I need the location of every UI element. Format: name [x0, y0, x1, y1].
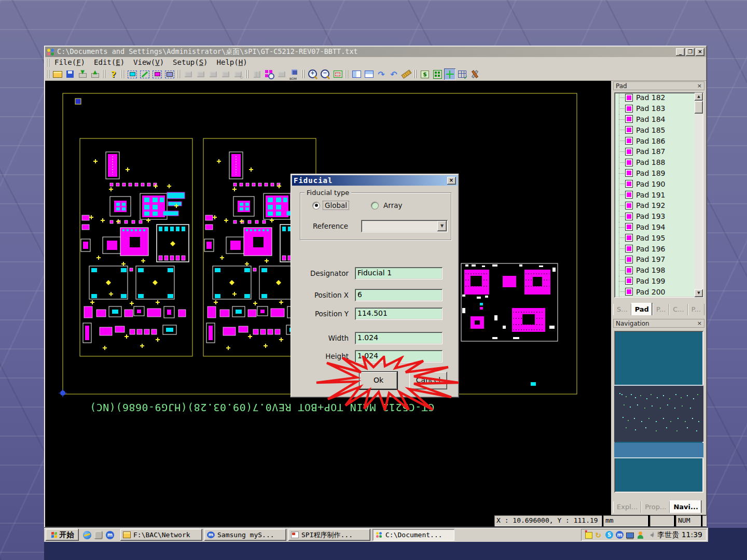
quick-launch-browser-icon[interactable]: [83, 531, 91, 539]
quick-launch-m-icon[interactable]: [106, 531, 114, 539]
taskbar-task-3[interactable]: C:\Document...: [372, 529, 454, 541]
zoom-in-icon[interactable]: [307, 68, 319, 80]
pad-tree-item[interactable]: Pad 194: [614, 222, 703, 233]
crosshair-icon[interactable]: [444, 68, 455, 80]
pad-tree-item[interactable]: Pad 189: [614, 168, 703, 179]
nav-tab-0[interactable]: Expl...: [613, 501, 641, 513]
pad-scrollbar[interactable]: ▲ ▼: [695, 93, 703, 297]
field-input-position-y[interactable]: 114.501: [355, 307, 442, 320]
pad-tree-item[interactable]: Pad 188: [614, 157, 703, 168]
title-bar[interactable]: C:\Documents and Settings\Administrator\…: [45, 47, 706, 57]
split-horizontal-icon[interactable]: [363, 68, 375, 80]
undo-icon[interactable]: [388, 68, 399, 80]
scroll-up-icon[interactable]: ▲: [695, 93, 703, 101]
quick-launch-app-icon[interactable]: [94, 531, 103, 539]
maxthon-icon[interactable]: [616, 531, 624, 539]
skype-icon[interactable]: [605, 531, 613, 539]
pad-tab-3[interactable]: C...: [669, 304, 687, 315]
nav-panel-close-icon[interactable]: ×: [697, 320, 702, 326]
display-icon[interactable]: [626, 533, 634, 538]
export-icon[interactable]: [89, 68, 101, 80]
pad-tab-2[interactable]: P...: [653, 304, 669, 315]
taskbar-task-0[interactable]: F:\BAC\Network: [120, 529, 202, 541]
save-icon[interactable]: [64, 68, 76, 80]
minimize-button[interactable]: _: [676, 48, 685, 56]
cancel-button[interactable]: Cancel: [409, 372, 447, 389]
close-button[interactable]: ×: [696, 48, 704, 56]
dialog-title-bar[interactable]: Fiducial ×: [292, 175, 458, 186]
pad-tree-item[interactable]: Pad 200: [614, 286, 703, 297]
split-vertical-icon[interactable]: [351, 68, 362, 80]
tools-icon[interactable]: [469, 68, 480, 80]
currency-icon[interactable]: [419, 68, 431, 80]
chevron-down-icon[interactable]: ▼: [437, 221, 447, 231]
paste-a-icon[interactable]: [195, 68, 206, 80]
pad-tree-item[interactable]: Pad 187: [614, 146, 703, 157]
start-button[interactable]: 开始: [46, 529, 79, 541]
help-icon[interactable]: [108, 68, 119, 80]
ok-button[interactable]: Ok: [359, 372, 397, 389]
menu-help[interactable]: Help(H): [214, 58, 253, 67]
pad-tab-1[interactable]: Pad: [631, 303, 653, 315]
pad-tree-item[interactable]: Pad 196: [614, 243, 703, 254]
menu-setup[interactable]: Setup(S): [170, 58, 213, 67]
menu-edit[interactable]: Edit(E): [91, 58, 130, 67]
zoom-out-icon[interactable]: [320, 68, 331, 80]
scroll-thumb[interactable]: [695, 101, 703, 114]
pad-tree-item[interactable]: Pad 193: [614, 211, 703, 222]
messenger-icon[interactable]: [637, 531, 644, 539]
radio-option-array[interactable]: Array: [371, 201, 404, 209]
pad-tree-item[interactable]: Pad 195: [614, 232, 703, 243]
taskbar-task-2[interactable]: SPI程序制作...: [288, 529, 370, 541]
menu-file[interactable]: File(F): [51, 58, 91, 67]
reference-combobox[interactable]: ▼: [361, 220, 448, 232]
import-icon[interactable]: [77, 68, 88, 80]
volume-icon[interactable]: [647, 531, 655, 539]
pad-tree-item[interactable]: Pad 183: [614, 103, 703, 114]
nav-panel-header[interactable]: Navigation ×: [613, 319, 704, 328]
dialog-close-button[interactable]: ×: [447, 177, 456, 185]
pad-tab-0[interactable]: S...: [613, 304, 631, 315]
sticky-note-icon[interactable]: [585, 532, 592, 539]
field-input-width[interactable]: 1.024: [355, 332, 442, 344]
select-rect-icon[interactable]: [127, 68, 138, 80]
menu-grip[interactable]: [46, 59, 50, 67]
group-pads-icon[interactable]: [220, 68, 231, 80]
pad-tree[interactable]: Pad 182Pad 183Pad 184Pad 185Pad 186Pad 1…: [614, 92, 703, 298]
pad-tree-item[interactable]: Pad 186: [614, 135, 703, 146]
rotate-pads-icon[interactable]: [232, 68, 244, 80]
open-icon[interactable]: [52, 68, 63, 80]
pad-panel-close-icon[interactable]: ×: [697, 83, 702, 89]
field-input-position-x[interactable]: 6: [355, 289, 442, 301]
zoom-fit-icon[interactable]: [332, 68, 343, 80]
draw-line-icon[interactable]: [139, 68, 150, 80]
scroll-down-icon[interactable]: ▼: [695, 289, 703, 297]
align-icon[interactable]: [251, 68, 262, 80]
nav-tab-1[interactable]: Prop...: [641, 501, 670, 513]
paste-b-icon[interactable]: [208, 68, 219, 80]
pad-tree-item[interactable]: Pad 190: [614, 178, 703, 189]
pad-tree-item[interactable]: Pad 199: [614, 276, 703, 287]
field-input-height[interactable]: 1.024: [355, 350, 442, 362]
select-comp-icon[interactable]: [164, 68, 175, 80]
pad-search-icon[interactable]: [264, 68, 275, 80]
bom-icon[interactable]: [288, 68, 300, 80]
restore-button[interactable]: ❐: [686, 48, 695, 56]
pad-tree-item[interactable]: Pad 198: [614, 265, 703, 276]
pad-tree-item[interactable]: Pad 191: [614, 189, 703, 200]
measure-icon[interactable]: [400, 68, 412, 80]
pad-tree-item[interactable]: Pad 182: [614, 92, 703, 103]
sync-icon[interactable]: [595, 531, 603, 539]
menu-view[interactable]: View(V): [130, 58, 170, 67]
pad-tab-4[interactable]: P...: [688, 304, 704, 315]
taskbar-task-1[interactable]: Samsung myS...: [204, 529, 286, 541]
apply-icon[interactable]: [276, 68, 287, 80]
pad-panel-header[interactable]: Pad ×: [613, 81, 704, 90]
pad-tree-item[interactable]: Pad 192: [614, 200, 703, 211]
pad-tree-item[interactable]: Pad 197: [614, 254, 703, 265]
field-input-designator[interactable]: Fiducial 1: [355, 267, 442, 279]
select-pad-icon[interactable]: [151, 68, 163, 80]
stencil-icon[interactable]: [183, 68, 194, 80]
nav-tab-2[interactable]: Navi...: [670, 500, 701, 513]
pad-tree-item[interactable]: Pad 185: [614, 124, 703, 135]
